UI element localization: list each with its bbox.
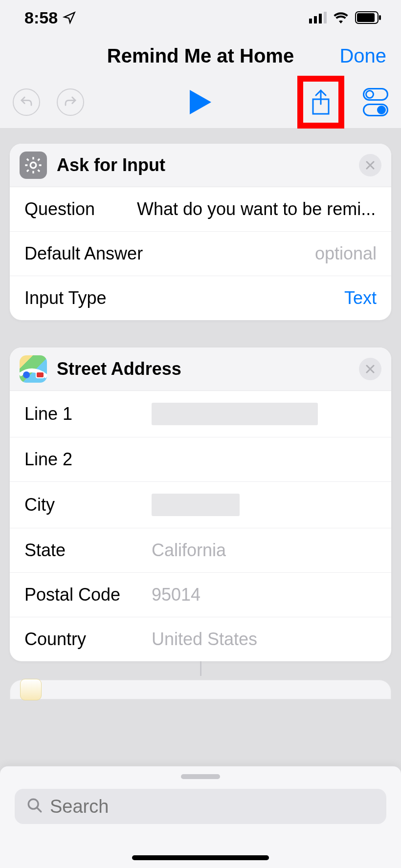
row-label: State <box>24 540 152 561</box>
svg-rect-1 <box>314 16 317 23</box>
action-card-street-address: Street Address Line 1 Line 2 City State … <box>10 347 391 661</box>
row-label: Line 1 <box>24 404 152 424</box>
toggle-icon-bottom <box>363 104 388 116</box>
search-input[interactable] <box>50 796 375 817</box>
connector-line <box>200 661 201 676</box>
status-time: 8:58 <box>24 8 76 27</box>
row-country[interactable]: Country United States <box>10 617 391 661</box>
status-right-icons <box>309 11 381 24</box>
editor-toolbar <box>0 76 401 129</box>
svg-rect-0 <box>309 19 312 23</box>
svg-marker-7 <box>190 90 211 114</box>
row-postal-code[interactable]: Postal Code 95014 <box>10 573 391 617</box>
svg-rect-14 <box>36 372 44 378</box>
row-label: Input Type <box>24 288 152 308</box>
svg-line-18 <box>37 807 41 812</box>
action-library-sheet[interactable] <box>0 766 401 868</box>
svg-rect-3 <box>324 12 327 23</box>
postal-value: 95014 <box>152 585 377 605</box>
action-card-peek <box>10 680 391 699</box>
toggle-icon-top <box>363 88 388 101</box>
state-value: California <box>152 540 377 561</box>
question-value: What do you want to be remi... <box>137 199 377 219</box>
clock-text: 8:58 <box>24 8 58 27</box>
delete-action-button[interactable] <box>359 154 381 176</box>
row-state[interactable]: State California <box>10 528 391 573</box>
status-bar: 8:58 <box>0 0 401 35</box>
undo-button[interactable] <box>13 88 40 116</box>
home-indicator[interactable] <box>132 855 269 860</box>
card-header: Street Address <box>10 347 391 391</box>
sheet-grabber[interactable] <box>181 774 220 779</box>
default-answer-placeholder: optional <box>186 243 377 264</box>
card-title: Ask for Input <box>57 155 359 175</box>
svg-point-13 <box>23 371 30 378</box>
row-label: Country <box>24 629 152 650</box>
reminders-icon <box>20 679 42 700</box>
redo-button[interactable] <box>57 88 84 116</box>
share-button[interactable] <box>310 88 332 116</box>
maps-icon <box>20 355 47 383</box>
search-field[interactable] <box>15 789 386 824</box>
line1-value-redacted <box>152 403 318 425</box>
svg-rect-2 <box>319 14 322 23</box>
battery-icon <box>355 11 381 24</box>
row-question[interactable]: Question What do you want to be remi... <box>10 187 391 232</box>
svg-rect-5 <box>357 13 375 22</box>
gear-icon <box>20 152 47 179</box>
search-icon <box>26 797 43 816</box>
row-line2[interactable]: Line 2 <box>10 437 391 482</box>
nav-bar: Remind Me at Home Done <box>0 35 401 76</box>
done-button[interactable]: Done <box>339 45 386 67</box>
input-type-value: Text <box>152 288 377 308</box>
row-label: Default Answer <box>24 243 186 264</box>
row-input-type[interactable]: Input Type Text <box>10 276 391 320</box>
country-value: United States <box>152 629 377 650</box>
run-button[interactable] <box>190 88 211 116</box>
page-title: Remind Me at Home <box>107 45 294 67</box>
row-label: Question <box>24 199 137 219</box>
wifi-icon <box>333 12 349 23</box>
cellular-icon <box>309 12 327 23</box>
city-value-redacted <box>152 494 240 516</box>
share-button-highlight <box>297 76 344 129</box>
row-line1[interactable]: Line 1 <box>10 391 391 437</box>
row-label: Postal Code <box>24 585 152 605</box>
svg-point-9 <box>30 162 36 168</box>
row-label: Line 2 <box>24 449 152 470</box>
delete-action-button[interactable] <box>359 358 381 380</box>
actions-canvas[interactable]: Ask for Input Question What do you want … <box>0 129 401 868</box>
action-card-ask-for-input: Ask for Input Question What do you want … <box>10 144 391 320</box>
row-label: City <box>24 495 152 515</box>
svg-rect-6 <box>379 15 381 20</box>
location-icon <box>63 11 76 24</box>
settings-toggle-button[interactable] <box>363 88 388 116</box>
card-header: Ask for Input <box>10 144 391 187</box>
row-default-answer[interactable]: Default Answer optional <box>10 232 391 276</box>
row-city[interactable]: City <box>10 482 391 528</box>
card-title: Street Address <box>57 359 359 379</box>
